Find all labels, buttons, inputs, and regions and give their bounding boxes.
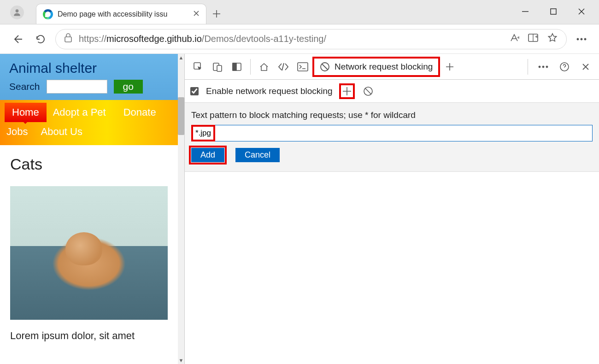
page-viewport: Animal shelter Search go Home Adopt a Pe… <box>0 54 184 364</box>
read-aloud-icon[interactable] <box>509 33 519 45</box>
back-button[interactable] <box>9 31 26 47</box>
blocking-toolbar: Enable network request blocking <box>185 80 599 103</box>
lock-icon <box>64 33 72 45</box>
block-icon <box>320 62 330 72</box>
favorite-icon[interactable] <box>547 32 558 46</box>
devtools-menu-icon[interactable] <box>534 58 552 76</box>
clear-patterns-button[interactable] <box>361 84 375 98</box>
add-pattern-button[interactable] <box>340 84 354 98</box>
url-field[interactable]: https://microsoftedge.github.io/Demos/de… <box>55 29 567 49</box>
svg-point-16 <box>546 66 548 68</box>
help-icon[interactable] <box>556 58 573 76</box>
scrollbar-thumb[interactable] <box>178 97 184 135</box>
window-close-button[interactable] <box>578 8 585 17</box>
inspect-icon[interactable] <box>189 58 207 76</box>
blocking-form: Text pattern to block matching requests;… <box>185 103 599 172</box>
svg-rect-12 <box>298 63 308 71</box>
search-label: Search <box>9 81 40 92</box>
devtools-tabbar: Network request blocking <box>185 54 599 80</box>
svg-point-5 <box>581 38 582 40</box>
site-title: Animal shelter <box>9 60 170 76</box>
reading-list-icon[interactable] <box>528 33 539 45</box>
pattern-input[interactable] <box>191 125 593 141</box>
browser-menu-button[interactable] <box>573 31 590 47</box>
address-bar: https://microsoftedge.github.io/Demos/de… <box>0 24 599 54</box>
more-tabs-button[interactable] <box>441 58 458 76</box>
scrollbar-up-icon[interactable]: ▲ <box>178 54 184 61</box>
elements-tab-icon[interactable] <box>275 58 292 76</box>
window-minimize-button[interactable] <box>522 8 529 17</box>
console-tab-icon[interactable] <box>294 58 311 76</box>
go-button[interactable]: go <box>114 80 143 94</box>
svg-point-6 <box>584 38 586 40</box>
site-nav: Home Adopt a Pet Donate Jobs About Us <box>0 100 178 145</box>
pattern-hint: Text pattern to block matching requests;… <box>191 110 593 120</box>
svg-rect-2 <box>65 37 71 42</box>
nav-about[interactable]: About Us <box>34 122 89 141</box>
page-heading: Cats <box>10 155 168 173</box>
url-text: https://microsoftedge.github.io/Demos/de… <box>79 34 503 44</box>
devtools-panel: Network request blocking Enable netw <box>184 54 599 364</box>
nav-home[interactable]: Home <box>5 103 47 122</box>
refresh-button[interactable] <box>32 31 49 47</box>
add-button[interactable]: Add <box>191 148 224 162</box>
welcome-tab-icon[interactable] <box>255 58 273 76</box>
svg-point-0 <box>16 9 19 12</box>
scrollbar-down-icon[interactable]: ▼ <box>178 357 184 364</box>
svg-rect-1 <box>551 9 556 14</box>
devtools-close-icon[interactable] <box>577 58 594 76</box>
enable-blocking-label: Enable network request blocking <box>206 86 333 96</box>
new-tab-button[interactable] <box>206 4 227 24</box>
tab-title: Demo page with accessibility issu <box>58 10 189 18</box>
device-toggle-icon[interactable] <box>209 58 226 76</box>
svg-point-14 <box>539 66 540 68</box>
svg-point-15 <box>542 66 544 68</box>
browser-tab[interactable]: Demo page with accessibility issu <box>36 4 206 24</box>
close-tab-icon[interactable] <box>193 10 200 18</box>
site-header: Animal shelter Search go <box>0 54 178 100</box>
search-input[interactable] <box>47 80 107 94</box>
dock-side-icon[interactable] <box>228 58 246 76</box>
network-blocking-tab[interactable]: Network request blocking <box>313 58 439 76</box>
svg-point-4 <box>577 38 579 40</box>
enable-blocking-checkbox[interactable] <box>190 87 199 95</box>
page-paragraph: Lorem ipsum dolor, sit amet <box>10 330 168 342</box>
nav-donate[interactable]: Donate <box>112 103 163 122</box>
window-titlebar: Demo page with accessibility issu <box>0 0 599 24</box>
cancel-button[interactable]: Cancel <box>235 148 280 162</box>
network-blocking-tab-label: Network request blocking <box>335 62 433 72</box>
cat-image <box>10 186 168 320</box>
window-maximize-button[interactable] <box>550 8 557 17</box>
svg-rect-9 <box>217 65 222 71</box>
svg-rect-11 <box>233 63 236 70</box>
nav-adopt[interactable]: Adopt a Pet <box>47 103 112 122</box>
profile-avatar[interactable] <box>10 6 24 19</box>
edge-icon <box>43 9 53 19</box>
